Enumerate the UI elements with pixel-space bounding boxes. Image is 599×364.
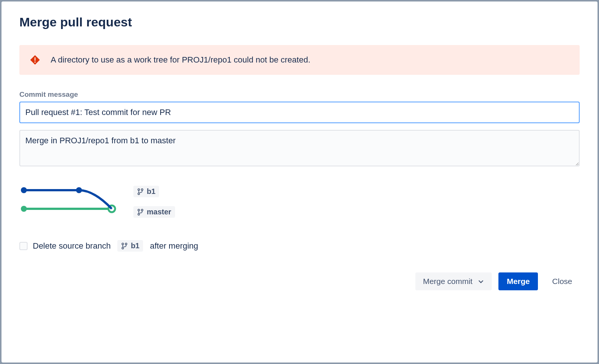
branch-visualization: b1 master xyxy=(19,186,580,218)
svg-point-1 xyxy=(34,61,35,63)
error-banner: A directory to use as a work tree for PR… xyxy=(19,45,580,75)
delete-source-branch-row: Delete source branch b1 after merging xyxy=(19,240,580,252)
delete-prefix-text: Delete source branch xyxy=(33,241,111,251)
close-button[interactable]: Close xyxy=(545,272,580,290)
delete-branch-name: b1 xyxy=(131,242,139,250)
branch-labels: b1 master xyxy=(133,186,175,218)
target-branch-name: master xyxy=(147,208,171,216)
branch-icon xyxy=(137,188,144,195)
svg-point-5 xyxy=(21,187,27,193)
merge-strategy-label: Merge commit xyxy=(423,277,472,286)
delete-branch-tag: b1 xyxy=(117,240,143,252)
modal-footer: Merge commit Merge Close xyxy=(19,272,580,290)
delete-suffix-text: after merging xyxy=(150,241,198,251)
svg-point-10 xyxy=(138,209,140,211)
svg-point-8 xyxy=(141,189,143,191)
svg-point-9 xyxy=(138,193,140,195)
commit-subject-input[interactable] xyxy=(19,102,580,123)
svg-point-12 xyxy=(138,213,140,215)
svg-point-7 xyxy=(138,189,140,191)
source-branch-name: b1 xyxy=(147,187,155,196)
svg-point-14 xyxy=(125,243,127,245)
modal-title: Merge pull request xyxy=(19,15,580,29)
branch-icon xyxy=(137,209,144,215)
branch-graph xyxy=(19,186,116,215)
svg-point-15 xyxy=(122,247,124,249)
error-icon xyxy=(30,55,40,65)
commit-body-textarea[interactable] xyxy=(19,130,580,166)
svg-point-11 xyxy=(141,209,143,211)
commit-message-label: Commit message xyxy=(19,90,580,99)
branch-icon xyxy=(121,243,128,249)
error-message: A directory to use as a work tree for PR… xyxy=(51,55,310,65)
svg-point-6 xyxy=(76,187,82,193)
svg-rect-0 xyxy=(35,57,35,61)
delete-source-branch-checkbox[interactable] xyxy=(19,242,28,250)
merge-button[interactable]: Merge xyxy=(498,272,538,290)
merge-pull-request-modal: Merge pull request A directory to use as… xyxy=(1,1,598,363)
svg-point-13 xyxy=(122,243,124,245)
source-branch-tag: b1 xyxy=(133,186,159,197)
target-branch-tag: master xyxy=(133,206,175,218)
chevron-down-icon xyxy=(478,278,484,285)
svg-point-3 xyxy=(21,206,27,212)
merge-strategy-dropdown[interactable]: Merge commit xyxy=(415,272,492,290)
